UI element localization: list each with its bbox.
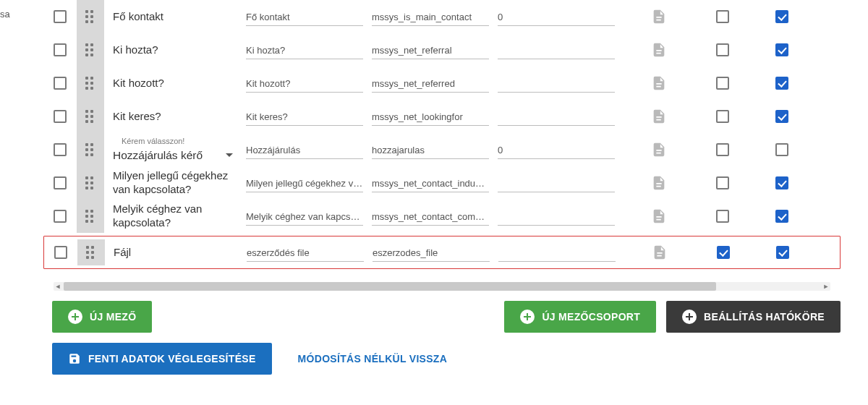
option-checkbox-1[interactable] — [716, 10, 729, 23]
row-label: Kit hozott? — [104, 75, 242, 92]
row-select-checkbox[interactable] — [54, 210, 67, 223]
new-field-group-button[interactable]: ÚJ MEZŐCSOPORT — [504, 301, 656, 333]
row-label[interactable]: Kérem válasszon! Hozzájárulás kérő — [104, 135, 242, 163]
option-checkbox-2[interactable] — [775, 43, 788, 56]
display-name-input[interactable] — [246, 140, 363, 159]
row-label: Fájl — [105, 244, 242, 261]
option-checkbox-2[interactable] — [775, 210, 788, 223]
new-field-button[interactable]: ÚJ MEZŐ — [52, 301, 152, 333]
save-icon — [68, 352, 81, 365]
option-checkbox-1[interactable] — [716, 110, 729, 123]
sidebar-fragment-text: sa — [0, 9, 10, 20]
plus-circle-icon — [520, 310, 535, 324]
button-label: FENTI ADATOK VÉGLEGESÍTÉSE — [88, 353, 256, 364]
drag-handle-icon[interactable] — [85, 176, 95, 189]
option-checkbox-1[interactable] — [716, 210, 729, 223]
system-name-input[interactable] — [372, 107, 489, 126]
option-checkbox-1[interactable] — [716, 143, 729, 156]
display-name-input[interactable] — [246, 40, 363, 59]
table-row: Ki hozta? — [43, 33, 841, 67]
document-icon[interactable] — [651, 108, 667, 124]
option-checkbox-2[interactable] — [775, 176, 788, 189]
document-icon[interactable] — [651, 175, 667, 191]
table-row: Melyik céghez van kapcsolata? — [43, 200, 841, 233]
table-row: Fő kontakt — [43, 0, 841, 33]
row-select-checkbox[interactable] — [54, 246, 67, 259]
table-row: Milyen jellegű cégekhez van kapcsolata? — [43, 166, 841, 200]
table-row: Kérem válasszon! Hozzájárulás kérő — [43, 133, 841, 166]
horizontal-scrollbar[interactable]: ◄ ► — [54, 282, 830, 291]
finalize-button[interactable]: FENTI ADATOK VÉGLEGESÍTÉSE — [52, 343, 272, 375]
display-name-input[interactable] — [246, 207, 363, 226]
system-name-input[interactable] — [372, 40, 489, 59]
option-checkbox-2[interactable] — [775, 10, 788, 23]
row-select-checkbox[interactable] — [54, 10, 67, 23]
system-name-input[interactable] — [372, 7, 489, 26]
plus-circle-icon — [68, 310, 82, 324]
row-select-checkbox[interactable] — [54, 43, 67, 56]
document-icon[interactable] — [651, 42, 667, 58]
table-row: Fájl — [43, 236, 841, 269]
option-checkbox-2[interactable] — [776, 246, 789, 259]
row-select-checkbox[interactable] — [54, 77, 67, 90]
default-value-input[interactable] — [498, 7, 615, 26]
button-label: ÚJ MEZŐ — [90, 311, 136, 323]
display-name-input[interactable] — [247, 243, 364, 262]
row-select-checkbox[interactable] — [54, 110, 67, 123]
row-label: Milyen jellegű cégekhez van kapcsolata? — [104, 168, 242, 198]
field-table-panel: Fő kontaktKi hozta?Kit hozott?Kit keres?… — [43, 0, 841, 305]
display-name-input[interactable] — [246, 107, 363, 126]
option-checkbox-2[interactable] — [775, 110, 788, 123]
scroll-right-arrow-icon[interactable]: ► — [822, 282, 830, 291]
chevron-down-icon — [226, 153, 233, 157]
drag-handle-icon[interactable] — [85, 143, 95, 156]
default-value-input[interactable] — [498, 140, 615, 159]
option-checkbox-2[interactable] — [775, 77, 788, 90]
drag-handle-icon[interactable] — [85, 110, 95, 123]
back-without-changes-link[interactable]: MÓDOSÍTÁS NÉLKÜL VISSZA — [285, 343, 461, 375]
default-value-input[interactable] — [498, 207, 615, 226]
dropdown-hint: Kérem válasszon! — [113, 137, 239, 147]
default-value-input[interactable] — [498, 74, 615, 93]
table-row: Kit keres? — [43, 100, 841, 133]
document-icon[interactable] — [652, 244, 668, 260]
option-checkbox-2[interactable] — [775, 143, 788, 156]
button-label: ÚJ MEZŐCSOPORT — [542, 311, 640, 323]
option-checkbox-1[interactable] — [716, 43, 729, 56]
settings-scope-button[interactable]: BEÁLLÍTÁS HATÓKÖRE — [666, 301, 841, 333]
scrollbar-thumb[interactable] — [64, 282, 716, 291]
system-name-input[interactable] — [372, 207, 489, 226]
document-icon[interactable] — [651, 208, 667, 224]
document-icon[interactable] — [651, 75, 667, 91]
document-icon[interactable] — [651, 9, 667, 25]
button-label: BEÁLLÍTÁS HATÓKÖRE — [704, 311, 825, 323]
system-name-input[interactable] — [372, 140, 489, 159]
scroll-left-arrow-icon[interactable]: ◄ — [54, 282, 62, 291]
option-checkbox-1[interactable] — [717, 246, 730, 259]
drag-handle-icon[interactable] — [85, 43, 95, 56]
option-checkbox-1[interactable] — [716, 176, 729, 189]
plus-circle-icon — [682, 310, 697, 324]
drag-handle-icon[interactable] — [85, 10, 95, 23]
option-checkbox-1[interactable] — [716, 77, 729, 90]
system-name-input[interactable] — [372, 74, 489, 93]
drag-handle-icon[interactable] — [86, 246, 96, 259]
default-value-input[interactable] — [498, 107, 615, 126]
system-name-input[interactable] — [372, 174, 489, 192]
row-select-checkbox[interactable] — [54, 143, 67, 156]
document-icon[interactable] — [651, 142, 667, 158]
default-value-input[interactable] — [498, 40, 615, 59]
drag-handle-icon[interactable] — [85, 77, 95, 90]
display-name-input[interactable] — [246, 74, 363, 93]
display-name-input[interactable] — [246, 174, 363, 192]
action-button-bar: ÚJ MEZŐ ÚJ MEZŐCSOPORT BEÁLLÍTÁS HATÓKÖR… — [52, 301, 841, 375]
field-table: Fő kontaktKi hozta?Kit hozott?Kit keres?… — [43, 0, 841, 269]
drag-handle-icon[interactable] — [85, 210, 95, 223]
row-label: Fő kontakt — [104, 9, 242, 25]
system-name-input[interactable] — [373, 243, 490, 262]
display-name-input[interactable] — [246, 7, 363, 26]
default-value-input[interactable] — [498, 243, 616, 262]
default-value-input[interactable] — [498, 174, 615, 192]
row-select-checkbox[interactable] — [54, 176, 67, 189]
row-label: Kit keres? — [104, 108, 242, 125]
